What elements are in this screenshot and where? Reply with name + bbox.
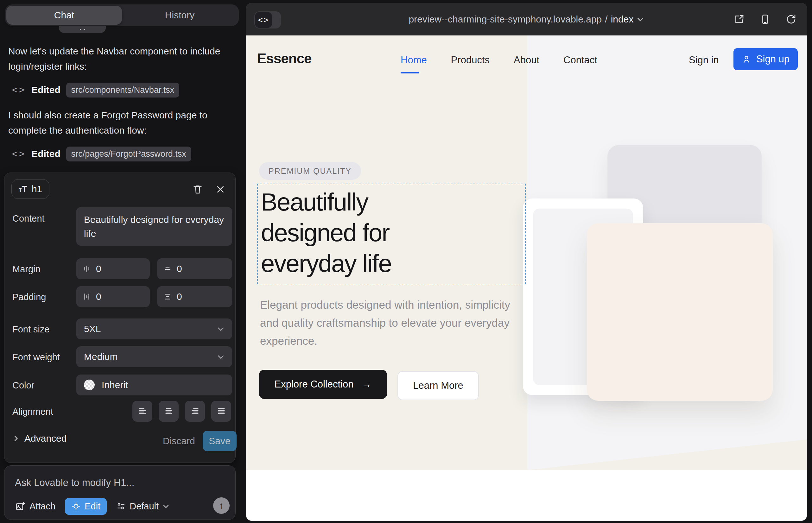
chat-composer: Ask Lovable to modify H1... Attach — [4, 465, 236, 520]
file-chip[interactable]: src/components/Navbar.tsx — [66, 83, 180, 97]
external-link-icon — [734, 14, 745, 25]
font-size-select[interactable]: 5XL — [76, 319, 232, 339]
trash-icon — [192, 184, 203, 195]
hero-heading[interactable]: Beautifully designed for everyday life — [261, 187, 391, 279]
edited-label: Edited — [31, 85, 60, 95]
nav-contact[interactable]: Contact — [563, 54, 597, 66]
clipped-chip — [59, 26, 106, 33]
edited-file-row[interactable]: <> Edited src/components/Navbar.tsx — [12, 82, 179, 98]
close-panel-button[interactable] — [213, 182, 227, 196]
site-viewport: Essence Home Products About Contact Sign… — [246, 35, 807, 521]
browser-actions — [731, 3, 799, 35]
sign-in-link[interactable]: Sign in — [689, 54, 719, 66]
attach-image-icon — [15, 501, 25, 511]
typography-icon: ᴛT — [19, 184, 27, 194]
margin-x-input[interactable]: 0 — [76, 258, 150, 279]
hero-badge: PREMIUM QUALITY — [259, 162, 361, 180]
save-button[interactable]: Save — [203, 431, 236, 451]
lovable-app: Chat History Now let's update the Navbar… — [0, 0, 812, 523]
refresh-icon — [785, 14, 797, 25]
model-default-button[interactable]: Default — [116, 501, 170, 511]
page-name: index — [611, 14, 634, 25]
align-justify-icon — [217, 407, 226, 416]
chevron-down-icon — [162, 503, 170, 510]
align-right-icon — [191, 407, 199, 416]
file-chip[interactable]: src/pages/ForgotPassword.tsx — [66, 147, 191, 161]
margin-label: Margin — [12, 264, 40, 274]
margin-vertical-icon — [163, 265, 172, 273]
chevron-right-icon — [12, 435, 19, 442]
align-center-icon — [164, 407, 173, 416]
sliders-icon — [116, 502, 126, 511]
preview-frame: <> preview--charming-site-symphony.lovab… — [246, 3, 807, 521]
attach-button[interactable]: Attach — [15, 501, 55, 511]
chat-message: Now let's update the Navbar component to… — [8, 44, 233, 74]
explore-collection-button[interactable]: Explore Collection → — [259, 370, 387, 399]
site-nav: Home Products About Contact — [401, 54, 597, 66]
margin-y-input[interactable]: 0 — [157, 258, 232, 279]
user-icon — [742, 54, 751, 64]
delete-element-button[interactable] — [191, 182, 205, 196]
advanced-toggle[interactable]: Advanced — [12, 433, 67, 444]
discard-button[interactable]: Discard — [163, 436, 195, 446]
chat-message: I should also create a Forgot Password p… — [8, 108, 233, 138]
sign-up-button[interactable]: Sign up — [734, 48, 798, 70]
nav-products[interactable]: Products — [451, 54, 490, 66]
edited-file-row[interactable]: <> Edited src/pages/ForgotPassword.tsx — [12, 146, 191, 162]
tab-chat[interactable]: Chat — [6, 6, 122, 25]
chevron-down-icon — [637, 16, 644, 23]
edit-mode-button[interactable]: Edit — [65, 498, 107, 515]
content-label: Content — [12, 213, 45, 224]
alignment-label: Alignment — [12, 407, 53, 417]
align-right-button[interactable] — [185, 401, 205, 422]
browser-toolbar: <> preview--charming-site-symphony.lovab… — [246, 3, 807, 35]
content-input[interactable]: Beautifully designed for everyday life — [76, 207, 232, 246]
learn-more-button[interactable]: Learn More — [398, 371, 479, 400]
preview-url: preview--charming-site-symphony.lovable.… — [409, 14, 602, 25]
close-icon — [216, 184, 225, 194]
code-icon: <> — [12, 148, 26, 159]
open-external-button[interactable] — [731, 12, 747, 27]
nav-home[interactable]: Home — [401, 54, 427, 66]
url-separator: / — [605, 14, 607, 25]
padding-label: Padding — [12, 292, 46, 302]
element-tag: h1 — [32, 184, 42, 194]
padding-y-input[interactable]: 0 — [157, 286, 232, 307]
element-tag-pill: ᴛT h1 — [12, 179, 49, 199]
target-icon — [71, 502, 81, 511]
font-weight-select[interactable]: Medium — [76, 346, 232, 367]
code-icon: <> — [12, 85, 26, 95]
align-left-icon — [138, 407, 147, 416]
chevron-down-icon — [217, 353, 225, 361]
element-editor-panel: ᴛT h1 Content Beautifully designed for e… — [4, 173, 236, 463]
decor-card-cream — [587, 223, 773, 401]
chevron-down-icon — [217, 325, 225, 333]
tab-history[interactable]: History — [122, 6, 237, 25]
font-size-label: Font size — [12, 324, 50, 335]
margin-horizontal-icon — [83, 265, 91, 273]
padding-vertical-icon — [163, 292, 172, 301]
url-bar[interactable]: preview--charming-site-symphony.lovable.… — [246, 3, 807, 35]
composer-input[interactable]: Ask Lovable to modify H1... — [15, 477, 221, 488]
composer-toolbar: Attach Edit Default — [15, 497, 230, 515]
padding-horizontal-icon — [83, 292, 91, 301]
align-justify-button[interactable] — [211, 401, 231, 422]
color-swatch — [84, 380, 95, 390]
send-button[interactable]: ↑ — [213, 497, 230, 514]
nav-about[interactable]: About — [514, 54, 539, 66]
arrow-up-icon: ↑ — [219, 500, 224, 511]
align-left-button[interactable] — [133, 401, 152, 422]
arrow-right-icon: → — [362, 379, 371, 390]
chat-sidebar: Chat History Now let's update the Navbar… — [0, 0, 246, 523]
site-logo[interactable]: Essence — [257, 51, 312, 67]
color-select[interactable]: Inherit — [76, 375, 232, 395]
mobile-view-button[interactable] — [758, 12, 773, 27]
refresh-button[interactable] — [783, 12, 799, 27]
sidebar-tabs: Chat History — [5, 4, 239, 26]
padding-x-input[interactable]: 0 — [76, 286, 150, 307]
phone-icon — [759, 14, 771, 25]
nav-active-underline — [401, 72, 419, 73]
color-label: Color — [12, 380, 34, 391]
align-center-button[interactable] — [159, 401, 179, 422]
edited-label: Edited — [31, 148, 60, 159]
